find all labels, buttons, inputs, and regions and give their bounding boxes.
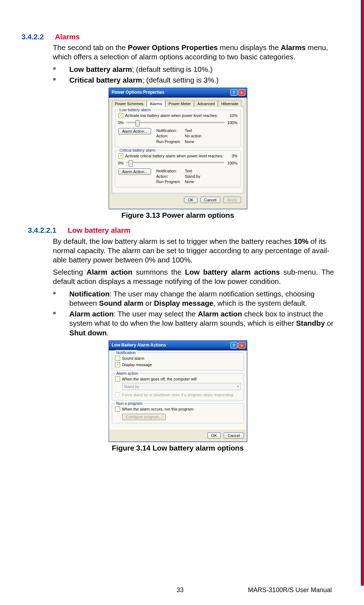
figure-3-14-caption: Figure 3.14 Low battery alarm options <box>21 443 334 453</box>
kv-val: No action <box>185 133 213 138</box>
checkbox-icon[interactable]: ✓ <box>115 356 120 361</box>
kv-key: Action: <box>156 174 185 179</box>
checkbox-label: When the alarm occurs, run this program: <box>122 407 194 412</box>
group-legend: Critical battery alarm <box>118 148 157 153</box>
section2-bullets: Notification: The user may change the al… <box>53 289 334 338</box>
page-right-red-bar <box>362 0 364 586</box>
text-bold: Alarms <box>281 43 306 51</box>
slider-track[interactable] <box>126 162 224 164</box>
dialog-buttons: OK Cancel Apply <box>112 193 244 206</box>
checkbox-label: When the alarm goes off, the computer wi… <box>122 377 198 382</box>
kv-val: None <box>185 179 213 184</box>
tabs: Power Schemes Alarms Power Meter Advance… <box>112 100 244 107</box>
b: Alarm action <box>69 310 114 318</box>
help-icon[interactable]: ? <box>230 342 238 349</box>
b: Notification <box>69 290 110 298</box>
cancel-button[interactable]: Cancel <box>224 432 244 439</box>
checkbox-icon[interactable]: ✓ <box>118 113 123 118</box>
slider-right: 100% <box>227 120 237 125</box>
crit-alarm-action-button[interactable]: Alarm Action... <box>118 168 151 175</box>
checkbox-icon[interactable]: ✓ <box>115 362 120 367</box>
kv-key: Run Program: <box>156 139 185 144</box>
chevron-down-icon: ▾ <box>237 384 239 389</box>
text-bold: Power Options Properties <box>128 43 218 51</box>
b: Shut down <box>69 329 107 337</box>
page-content: 3.4.2.2 Alarms The second tab on the Pow… <box>0 0 364 453</box>
apply-button[interactable]: Apply <box>223 197 241 203</box>
dialog-buttons: OK Cancel <box>109 429 247 442</box>
bullet-low-battery: Low battery alarm; (default setting is 1… <box>53 65 334 74</box>
checkbox-label: Sound alarm <box>122 356 144 361</box>
crit-activate-row: ✓ Activate critical battery alarm when p… <box>118 153 238 158</box>
slider-left: 0% <box>118 161 124 166</box>
b: Alarm action <box>198 310 242 318</box>
b: Display message <box>154 299 213 307</box>
figure-3-14-wrap: Low Battery Alarm Actions ? × Notificati… <box>21 340 334 453</box>
section-number: 3.4.2.2 <box>21 32 53 41</box>
page-right-blue-bar <box>361 0 362 586</box>
slider-track[interactable] <box>126 122 224 124</box>
b: Standby <box>296 319 325 327</box>
figure-3-13-caption: Figure 3.13 Power alarm options <box>21 211 334 220</box>
bullet-critical-battery: Critical battery alarm; (default setting… <box>53 75 334 85</box>
t: or <box>325 319 334 327</box>
low-slider: 0% 100% <box>118 120 238 125</box>
tab-alarms[interactable]: Alarms <box>147 100 165 107</box>
section1-paragraph: The second tab on the Power Options Prop… <box>53 43 334 62</box>
dialog-title: Low Battery Alarm Actions <box>112 343 166 348</box>
section2-p2: Selecting Alarm action summons the Low b… <box>53 267 334 286</box>
checkbox-label: Force stand by or shutdown even if a pro… <box>122 392 234 397</box>
bullet-rest: ; (default setting is 3%.) <box>142 76 219 84</box>
slider-right: 100% <box>227 161 237 166</box>
checkbox-label: Activate low battery alarm when power le… <box>125 113 218 118</box>
text: summons the <box>133 268 185 276</box>
ok-button[interactable]: OK <box>207 432 221 439</box>
dialog-titlebar[interactable]: Low Battery Alarm Actions ? × <box>109 341 247 350</box>
group-legend: Notification <box>115 350 137 355</box>
action-dropdown[interactable]: Stand by ▾ <box>122 383 241 390</box>
dialog-title: Power Options Properties <box>112 90 164 95</box>
kv-key: Notification: <box>156 128 185 133</box>
cancel-button[interactable]: Cancel <box>200 197 220 203</box>
figure-3-13-wrap: Power Options Properties ? × Power Schem… <box>21 88 334 220</box>
kv-key: Action: <box>156 133 185 138</box>
low-percent: 10% <box>229 113 237 118</box>
text-bold: 10% <box>294 237 309 245</box>
page-number: 33 <box>176 586 184 594</box>
close-icon[interactable]: × <box>238 342 245 349</box>
slider-thumb[interactable] <box>129 160 133 167</box>
manual-name: MARS-3100R/S User Manual <box>248 586 332 594</box>
bullet-label: Low battery alarm <box>69 65 132 73</box>
tab-hibernate[interactable]: Hibernate <box>218 100 241 107</box>
tab-advanced[interactable]: Advanced <box>194 100 218 107</box>
low-alarm-action-button[interactable]: Alarm Action... <box>118 128 151 134</box>
bullet-alarm-action: Alarm action: The user may select the Al… <box>53 309 334 338</box>
kv-key: Run Program: <box>156 179 185 184</box>
group-legend: Run a program <box>115 401 144 406</box>
section-title: Alarms <box>55 33 80 41</box>
kv-val: None <box>185 139 213 144</box>
t: . <box>107 329 109 337</box>
tab-power-schemes[interactable]: Power Schemes <box>112 100 147 107</box>
checkbox-label: Activate critical battery alarm when pow… <box>125 153 223 158</box>
tab-panel: Low battery alarm ✓ Activate low battery… <box>112 107 244 193</box>
kv-val: Text <box>185 168 213 173</box>
notification-group: Notification ✓ Sound alarm ✓ Display mes… <box>112 353 244 370</box>
close-icon[interactable]: × <box>238 89 245 96</box>
alarm-action-group: Alarm action ✓ When the alarm goes off, … <box>112 373 244 400</box>
ok-button[interactable]: OK <box>184 197 198 203</box>
dialog-titlebar[interactable]: Power Options Properties ? × <box>109 88 247 98</box>
checkbox-icon[interactable]: ✓ <box>115 377 120 382</box>
section2-p1: By default, the low battery alarm is set… <box>53 237 334 265</box>
b: Sound alarm <box>99 299 143 307</box>
kv-key: Notification: <box>156 168 185 173</box>
kv-val: Stand by <box>185 174 213 179</box>
checkbox-icon[interactable]: ✓ <box>118 153 123 158</box>
slider-thumb[interactable] <box>135 120 140 127</box>
tab-power-meter[interactable]: Power Meter <box>165 100 194 107</box>
help-icon[interactable]: ? <box>230 89 238 96</box>
low-activate-row: ✓ Activate low battery alarm when power … <box>118 113 238 118</box>
text: menu displays the <box>218 43 281 51</box>
checkbox-icon[interactable]: ✓ <box>115 407 120 412</box>
dropdown-value: Stand by <box>124 384 139 389</box>
